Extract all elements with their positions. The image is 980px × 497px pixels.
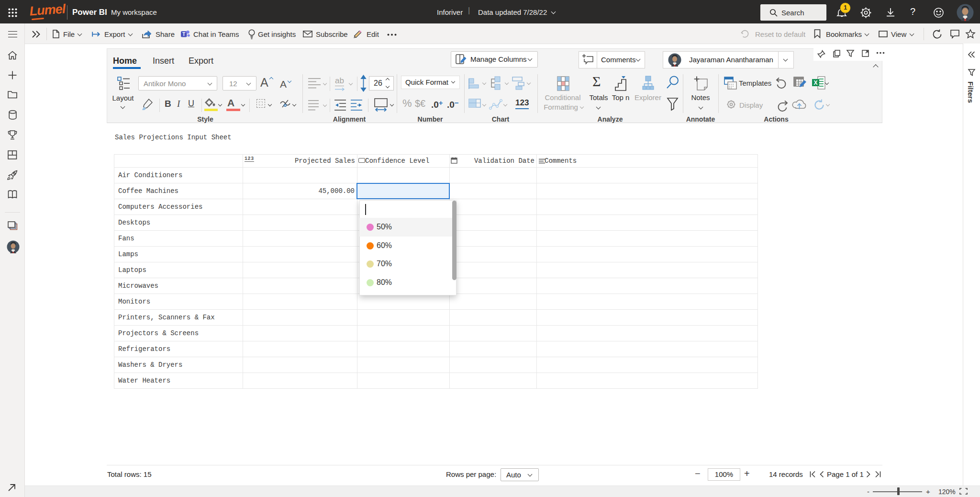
svg-text:X: X [813,79,817,86]
svg-text:T: T [182,31,186,37]
